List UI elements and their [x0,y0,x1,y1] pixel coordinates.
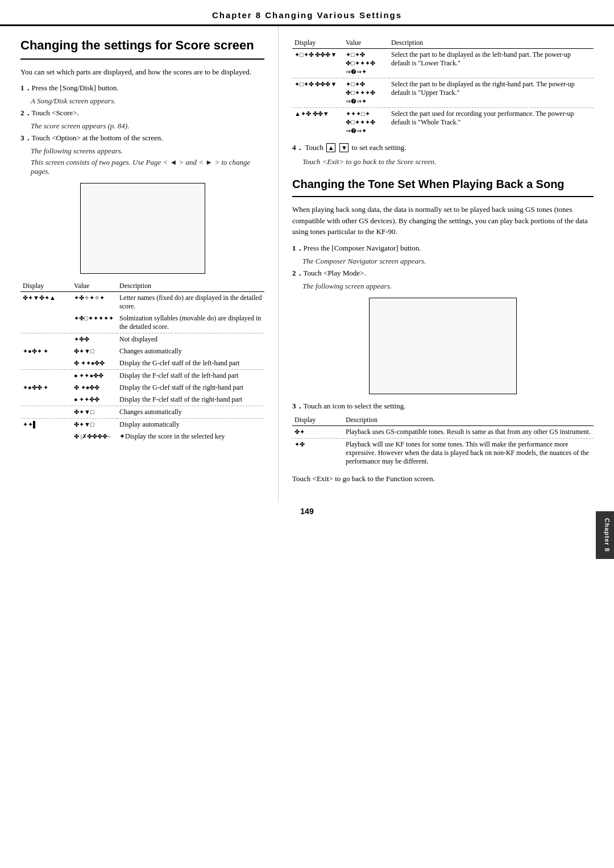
td-display: ✦●✤✦ ✦ [20,345,72,357]
th-display-right2: Display [292,415,343,426]
right-step-1-text: Press the [Composer Navigator] button. [304,244,421,252]
td-display: ✦●✤✤ ✦ [20,382,72,394]
score-screen-image [80,183,205,274]
page-number: 149 [0,501,614,525]
th-desc-right: Description [389,37,594,49]
table-row: ✤✦▼□ Changes automatically [20,406,264,419]
right-step-1-sub: The Composer Navigator screen appears. [302,257,594,266]
td-value: ✦□✦✤ ✤□✦✦✦✤ ⇒❼⇒✦ [343,49,389,78]
td-desc: ✦Display the score in the selected key [117,431,264,443]
td-display [20,431,72,443]
table-row: ✦●✤✦ ✦ ✤✦▼□ Changes automatically [20,345,264,357]
td-value: ✤ ✦✦●✤✤ [72,357,117,370]
step-4-sub: Touch <Exit> to go back to the Score scr… [302,157,594,166]
td-value: ✤ ✦●✤✤ [72,382,117,394]
table-row: ● ✦✦●✤✤ Display the F-clef staff of the … [20,370,264,382]
table-row: ▲✦✤ ✤✤▼ ✦✦✦□✦ ✤□✦✦✦✤ ⇒❼⇒✦ Select the par… [292,108,594,137]
right-step-2-sub: The following screen appears. [302,282,594,291]
step-2: 2．Touch <Score>. [20,108,264,118]
chapter-tab: Chapter 8 [596,511,614,559]
td-value: ● ✦✦●✤✤ [72,370,117,382]
left-intro: You can set which parts are displayed, a… [20,66,264,78]
td-display: ✦□✦✤ ✤✤✤▼ [292,49,343,78]
section2-intro: When playing back song data, the data is… [292,204,594,237]
right-step-2-num: 2． [292,269,304,277]
step-3-sub: The following screens appears. [31,147,264,156]
td-value: ✤✦▼□ [72,419,117,431]
td-display: ✦✦▌ [20,419,72,431]
right-lower-table: Display Description ✤✦ Playback uses GS-… [292,415,594,468]
table-row: ✦✦▌ ✤✦▼□ Display automatically [20,419,264,431]
td-desc: Select the part to be displayed as the l… [389,49,594,78]
td-desc: Select the part to be displayed as the r… [389,78,594,108]
right-column: Display Value Description ✦□✦✤ ✤✤✤▼ ✦□✦✤… [279,26,614,501]
td-display [20,406,72,419]
td-desc: Display the G-clef staff of the right-ha… [117,382,264,394]
right-upper-table: Display Value Description ✦□✦✤ ✤✤✤▼ ✦□✦✤… [292,37,594,137]
td-display [20,394,72,406]
right-step-3-num: 3． [292,402,304,410]
right-step-2-text: Touch <Play Mode>. [304,269,366,277]
step-1-sub: A Song/Disk screen appears. [31,97,264,106]
td-value: ✦□✦✤ ✤□✦✦✦✤ ⇒❼⇒✦ [343,78,389,108]
td-value: ✤✦▼□ [72,406,117,419]
footer-note: Touch <Exit> to go back to the Function … [292,473,594,485]
table-row: ✤ |✗✤✤✤✤~ ✦Display the score in the sele… [20,431,264,443]
td-display [20,370,72,382]
th-display-right: Display [292,37,343,49]
td-desc: Playback will use KF tones for some tone… [343,438,594,468]
th-value-right: Value [343,37,389,49]
td-desc: Display the F-clef staff of the left-han… [117,370,264,382]
th-display-left: Display [20,281,72,292]
td-desc: Solmization syllables (movable do) are d… [117,312,264,333]
th-value-left: Value [72,281,117,292]
left-section-title: Changing the settings for Score screen [20,37,264,60]
table-row: ✦□✦✤ ✤✤✤▼ ✦□✦✤ ✤□✦✦✦✤ ⇒❼⇒✦ Select the pa… [292,49,594,78]
td-desc: Select the part used for recording your … [389,108,594,137]
td-value: ● ✦✦✤✤ [72,394,117,406]
table-row: ✦✤ Playback will use KF tones for some t… [292,438,594,468]
down-arrow-button[interactable]: ▼ [339,143,349,152]
main-content: Changing the settings for Score screen Y… [0,26,614,501]
step-2-sub: The score screen appears (p. 84). [31,122,264,131]
td-display: ▲✦✤ ✤✤▼ [292,108,343,137]
step-4-num: 4． [292,143,304,152]
td-value: ✤ |✗✤✤✤✤~ [72,431,117,443]
td-display: ✦✤ [292,438,343,468]
table-row: ✤✦ Playback uses GS-compatible tones. Re… [292,425,594,438]
td-value: ✤✦▼□ [72,345,117,357]
left-column: Changing the settings for Score screen Y… [0,26,279,501]
right-step-3: 3．Touch an icon to select the setting. [292,401,594,411]
td-display [20,333,72,346]
td-display: ✤✦▼✤✦▲ [20,292,72,313]
th-desc-right2: Description [343,415,594,426]
td-desc: Not displayed [117,333,264,346]
td-desc: Changes automatically [117,406,264,419]
up-arrow-button[interactable]: ▲ [326,143,335,152]
chapter-header: Chapter 8 Changing Various Settings [0,0,614,26]
page-wrapper: Chapter 8 Changing Various Settings Chap… [0,0,614,868]
step-4: 4． Touch ▲ ▼ to set each setting. [292,143,594,153]
td-value: ✦✦✦□✦ ✤□✦✦✦✤ ⇒❼⇒✦ [343,108,389,137]
td-display: ✤✦ [292,425,343,438]
table-row: ✦●✤✤ ✦ ✤ ✦●✤✤ Display the G-clef staff o… [20,382,264,394]
td-display [20,357,72,370]
touch-label: Touch [305,143,323,152]
td-desc: Display automatically [117,419,264,431]
td-desc: Playback uses GS-compatible tones. Resul… [343,425,594,438]
chapter-tab-text: Chapter 8 [604,518,611,552]
td-value: ✦✤✧✦✧✦ [72,292,117,313]
step-3-text: Touch <Option> at the bottom of the scre… [32,133,163,142]
table-row: ✤ ✦✦●✤✤ Display the G-clef staff of the … [20,357,264,370]
step-2-text: Touch <Score>. [32,108,79,117]
left-table: Display Value Description ✤✦▼✤✦▲ ✦✤✧✦✧✦ … [20,281,264,443]
step-3: 3．Touch <Option> at the bottom of the sc… [20,133,264,143]
table-row: ✦✤✤ Not displayed [20,333,264,346]
table-row: ✦□✦✤ ✤✤✤▼ ✦□✦✤ ✤□✦✦✦✤ ⇒❼⇒✦ Select the pa… [292,78,594,108]
td-desc: Display the G-clef staff of the left-han… [117,357,264,370]
table-row: ✤✦▼✤✦▲ ✦✤✧✦✧✦ Letter names (fixed do) ar… [20,292,264,313]
td-display [20,312,72,333]
td-value: ✦✤✤ [72,333,117,346]
right-step-1-num: 1． [292,244,304,252]
td-display: ✦□✦✤ ✤✤✤▼ [292,78,343,108]
